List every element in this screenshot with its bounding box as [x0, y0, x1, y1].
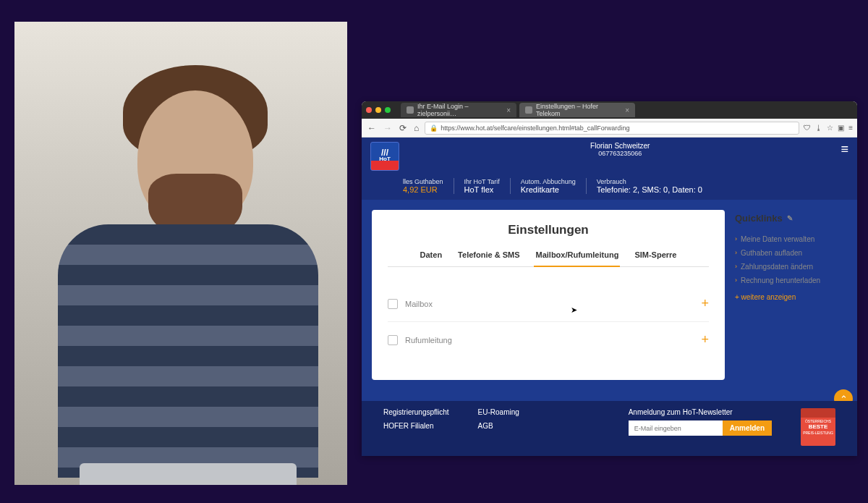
- address-bar[interactable]: 🔒 https://www.hot.at/selfcare/einstellun…: [425, 122, 799, 135]
- mailbox-checkbox[interactable]: [388, 299, 398, 309]
- summary-debit: Autom. Abbuchung Kreditkarte: [511, 178, 587, 194]
- site-header: /// HoT Florian Schweitzer 067763235066 …: [362, 138, 857, 178]
- chevron-right-icon: ›: [735, 249, 737, 257]
- summary-label: lles Guthaben: [403, 178, 443, 185]
- quicklink-rechnung[interactable]: › Rechnung herunterladen: [735, 274, 847, 287]
- summary-value: HoT flex: [464, 185, 500, 194]
- window-controls[interactable]: [366, 107, 391, 113]
- site-footer: Registrierungspflicht HOFER Filialen EU-…: [362, 401, 857, 456]
- extensions-icon[interactable]: ▣: [838, 124, 844, 132]
- quicklink-label: Zahlungsdaten ändern: [741, 263, 813, 271]
- summary-label: Autom. Abbuchung: [521, 178, 576, 185]
- forward-button[interactable]: →: [382, 123, 393, 133]
- webpage-content: /// HoT Florian Schweitzer 067763235066 …: [362, 138, 857, 456]
- browser-tab-email[interactable]: Ihr E-Mail Login – zielpersonii… ×: [401, 103, 516, 117]
- main-menu-button[interactable]: ≡: [841, 142, 848, 157]
- chevron-right-icon: ›: [735, 276, 737, 284]
- tab-mailbox-rufumleitung[interactable]: Mailbox/Rufumleitung: [534, 250, 620, 266]
- reload-button[interactable]: ⟳: [398, 123, 408, 133]
- minimize-window-icon[interactable]: [375, 107, 381, 113]
- summary-usage: Verbrauch Telefonie: 2, SMS: 0, Daten: 0: [587, 178, 712, 194]
- expand-mailbox-button[interactable]: +: [701, 296, 709, 311]
- user-name: Florian Schweitzer: [590, 142, 650, 150]
- newsletter-signup: Anmeldung zum HoT-Newsletter Anmelden: [629, 408, 772, 436]
- setting-label: Rufumleitung: [405, 336, 452, 345]
- settings-title: Einstellungen: [388, 223, 709, 237]
- tab-telefonie-sms[interactable]: Telefonie & SMS: [456, 250, 521, 266]
- tab-favicon-icon: [525, 106, 532, 114]
- user-info: Florian Schweitzer 067763235066: [590, 142, 650, 157]
- shield-icon[interactable]: 🛡: [804, 124, 811, 132]
- tab-label: Einstellungen – Hofer Telekom: [536, 103, 620, 117]
- browser-toolbar: ← → ⟳ ⌂ 🔒 https://www.hot.at/selfcare/ei…: [362, 119, 857, 138]
- quicklink-label: Meine Daten verwalten: [741, 235, 814, 243]
- newsletter-email-input[interactable]: [629, 420, 723, 436]
- award-badge: ÖSTERREICHS BESTE PREIS-LEISTUNG: [801, 408, 835, 446]
- quicklink-more[interactable]: + weitere anzeigen: [735, 287, 847, 301]
- footer-link-registrierungspflicht[interactable]: Registrierungspflicht: [383, 408, 449, 416]
- summary-tariff: Ihr HoT Tarif HoT flex: [454, 178, 511, 194]
- quicklink-label: Guthaben aufladen: [741, 249, 802, 257]
- footer-link-eu-roaming[interactable]: EU-Roaming: [478, 408, 519, 416]
- tab-close-icon[interactable]: ×: [625, 106, 629, 114]
- account-summary: lles Guthaben 4,92 EUR Ihr HoT Tarif HoT…: [362, 178, 857, 200]
- bookmark-icon[interactable]: ☆: [827, 124, 833, 132]
- summary-value: Telefonie: 2, SMS: 0, Daten: 0: [597, 185, 702, 194]
- tab-favicon-icon: [407, 106, 414, 114]
- summary-label: Ihr HoT Tarif: [464, 178, 500, 185]
- badge-text: BESTE: [809, 423, 828, 431]
- maximize-window-icon[interactable]: [385, 107, 391, 113]
- quicklink-label: Rechnung herunterladen: [741, 276, 820, 284]
- tab-daten[interactable]: Daten: [419, 250, 444, 266]
- chevron-right-icon: ›: [735, 263, 737, 271]
- home-button[interactable]: ⌂: [412, 123, 420, 133]
- mouse-cursor-icon: ➤: [571, 305, 577, 315]
- badge-text: PREIS-LEISTUNG: [803, 431, 833, 435]
- summary-label: Verbrauch: [597, 178, 702, 185]
- presenter-photo: [14, 22, 347, 485]
- newsletter-submit-button[interactable]: Anmelden: [723, 420, 772, 436]
- newsletter-label: Anmeldung zum HoT-Newsletter: [629, 408, 772, 416]
- tab-label: Ihr E-Mail Login – zielpersonii…: [417, 103, 501, 117]
- summary-value: Kreditkarte: [521, 185, 576, 194]
- chevron-right-icon: ›: [735, 235, 737, 243]
- setting-row-mailbox: Mailbox +: [388, 286, 709, 322]
- url-text: https://www.hot.at/selfcare/einstellunge…: [441, 124, 629, 132]
- summary-balance: lles Guthaben 4,92 EUR: [370, 178, 454, 194]
- browser-tab-strip: Ihr E-Mail Login – zielpersonii… × Einst…: [362, 101, 857, 119]
- quicklink-meine-daten[interactable]: › Meine Daten verwalten: [735, 232, 847, 246]
- quicklinks-title-text: Quicklinks: [735, 213, 783, 224]
- tab-sim-sperre[interactable]: SIM-Sperre: [633, 250, 678, 266]
- setting-row-rufumleitung: Rufumleitung +: [388, 322, 709, 358]
- tab-close-icon[interactable]: ×: [506, 106, 511, 114]
- hot-logo[interactable]: /// HoT: [370, 142, 399, 171]
- footer-link-agb[interactable]: AGB: [478, 422, 519, 430]
- download-icon[interactable]: ⭳: [815, 124, 822, 132]
- logo-text: HoT: [379, 156, 391, 162]
- user-phone: 067763235066: [590, 150, 650, 157]
- back-button[interactable]: ←: [366, 123, 378, 133]
- pencil-icon[interactable]: ✎: [787, 214, 793, 222]
- setting-label: Mailbox: [405, 300, 433, 308]
- quicklinks-title: Quicklinks ✎: [735, 213, 847, 224]
- settings-tabs: Daten Telefonie & SMS Mailbox/Rufumleitu…: [388, 250, 709, 267]
- expand-forwarding-button[interactable]: +: [701, 332, 709, 347]
- quicklinks-panel: Quicklinks ✎ › Meine Daten verwalten › G…: [735, 210, 847, 380]
- summary-value: 4,92 EUR: [403, 185, 443, 194]
- footer-link-hofer-filialen[interactable]: HOFER Filialen: [383, 422, 449, 430]
- forwarding-checkbox[interactable]: [388, 335, 398, 345]
- quicklink-zahlungsdaten[interactable]: › Zahlungsdaten ändern: [735, 260, 847, 274]
- browser-window: Ihr E-Mail Login – zielpersonii… × Einst…: [362, 101, 857, 456]
- settings-panel: Einstellungen Daten Telefonie & SMS Mail…: [372, 210, 725, 380]
- menu-icon[interactable]: ≡: [848, 124, 853, 132]
- quicklink-guthaben[interactable]: › Guthaben aufladen: [735, 246, 847, 260]
- close-window-icon[interactable]: [366, 107, 372, 113]
- browser-tab-settings[interactable]: Einstellungen – Hofer Telekom ×: [519, 103, 635, 117]
- lock-icon: 🔒: [430, 124, 438, 132]
